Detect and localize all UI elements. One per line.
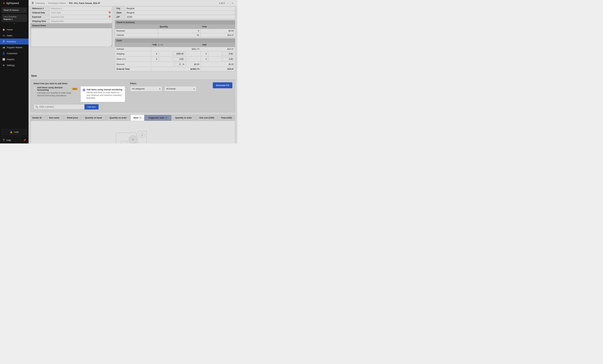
general-notes-textarea[interactable] [31,28,112,47]
generate-po-button[interactable]: Generate PO [213,82,232,88]
new-badge: NEW [72,88,78,90]
nav-label: Customers [7,52,18,55]
city-value: Bangkok [125,6,235,11]
radio-desc: Decide how much to order based on your m… [86,91,123,99]
expected-date-input[interactable] [51,16,111,18]
pin-icon: 📌 [23,139,26,142]
other-thb-input[interactable] [173,57,185,61]
brand-logo: lightspeed [0,0,29,6]
help-icon[interactable]: ? [165,117,167,119]
product-selector[interactable]: Retail (R-Series) [2,8,27,13]
lock-icon: 🔒 [10,131,12,133]
help-icon[interactable]: ? [139,117,141,119]
thb-label: THB [152,44,157,46]
gear-icon: ⚙ [2,64,5,66]
register-name: Register 1 [4,18,25,21]
shipping-usd-input[interactable] [222,52,234,55]
col-unit-cost: Unit cost (USD) [196,115,218,121]
store-selector[interactable]: Lee's Dumpling Register 1 [2,14,27,22]
nav-customers[interactable]: 👤Customers [0,50,29,56]
percent-label: % [183,63,185,66]
received-total: $0.00 [200,29,235,33]
help-icon: ❔ [2,139,5,142]
pager-next[interactable]: › [231,1,234,5]
calendar-icon[interactable]: 📅 [108,16,111,18]
radio-manual-reordering[interactable]: Add items using manual reordering Decide… [81,86,125,102]
chevron-right-icon: › [67,2,68,4]
nav-label: Home [7,28,13,31]
breadcrumb-bar: 🗄 Inventory › Purchase Orders › PO: #21,… [29,0,237,6]
radio-label-text: Add items using manual reordering [86,88,122,91]
dropdown-label: All brands [166,88,176,90]
product-search-input[interactable] [39,106,83,108]
zip-label: ZIP [115,15,125,19]
help-button[interactable]: ❔ Help [0,137,20,143]
col-need: Need ? [130,115,144,121]
product-search[interactable]: 🔍 [34,104,84,110]
pin-button[interactable]: 📌 [20,137,29,143]
svg-rect-4 [121,141,128,143]
col-retail-price: Retail price [64,115,81,121]
flame-icon [2,2,5,5]
radio-demand-forecasting[interactable]: Add items using demand forecasting NEW C… [34,86,78,102]
usd-label: USD [201,43,235,47]
shipping-thb-input[interactable] [173,52,185,55]
other-usd-input[interactable] [222,57,234,61]
dollar-symbol: $ [201,51,208,56]
nav-settings[interactable]: ⚙Settings [0,62,29,68]
received-label: Received [115,29,158,33]
chevron-right-icon: › [46,2,47,4]
help-label: Help [6,139,11,142]
filters-title: Filters [130,82,197,85]
dropdown-brands[interactable]: All brands [164,86,197,91]
reference-label: Reference # [31,6,49,11]
discount-amount-input[interactable] [174,63,181,66]
crumb-purchase-orders[interactable]: Purchase Orders [48,2,66,4]
ordered-label: Ordered [115,33,158,37]
items-table: Vendor ID Item name Retail price Quantit… [31,115,235,121]
nav-reports[interactable]: 📈Reports [0,56,29,62]
search-row: 🔍 Add item [34,104,232,110]
nav-home[interactable]: 🏠Home [0,27,29,33]
pager-prev[interactable]: ‹ [226,1,230,5]
ordered-date-input[interactable] [51,11,111,14]
brand-text: lightspeed [6,2,19,5]
discount-thb: ฿0.00 [186,62,201,67]
ordered-total-label: Ordered Total [115,67,151,71]
dropdown-label: All categories [132,88,145,90]
archive-icon: 🗄 [32,2,34,4]
nav-inventory[interactable]: 🗄Inventory [0,39,29,44]
received-qty: 0 [158,29,200,33]
nav-supplier-market[interactable]: 🚚Supplier Market [0,44,29,50]
crumb-inventory[interactable]: Inventory [35,2,45,4]
sidebar-expand[interactable] [0,22,29,25]
discount-usd: $0.00 [201,62,235,67]
general-notes-header: General Notes [31,23,112,28]
subtotal-usd: $16.47 [201,47,235,51]
nav-sales[interactable]: 🏷Sales [0,33,29,39]
user-icon: 👤 [2,52,5,55]
baht-symbol: ฿ [151,56,159,62]
arrow-icon: → [186,56,201,62]
add-item-button[interactable]: Add item [84,104,99,110]
lock-button[interactable]: 🔒 Lock [2,129,27,135]
calendar-icon[interactable]: 📅 [108,11,111,14]
shipping-note-input[interactable] [51,20,111,22]
nav-label: Reports [7,58,15,61]
sidebar-footer: 🔒 Lock [0,128,29,137]
other-label: Other (+/-) [115,56,151,62]
costs-header: Costs [115,39,235,43]
col-total: Total (USD) [218,115,235,121]
product-selector-label: Retail (R-Series) [4,9,19,11]
help-row: ❔ Help 📌 [0,137,29,143]
ordered-total-usd: $16.47 [201,67,235,71]
arrow-icon: → [186,51,201,56]
nav-label: Sales [7,34,12,37]
expected-label: Expected [31,15,49,19]
caret-down-icon [159,88,161,90]
tag-icon: 🏷 [2,34,5,37]
reference-input[interactable] [51,7,111,10]
nav-label: Settings [7,64,15,66]
costs-table: Costs THB (0.33)USD Subtotal฿501.74$16.4… [115,38,235,71]
dropdown-categories[interactable]: All categories [130,86,162,91]
